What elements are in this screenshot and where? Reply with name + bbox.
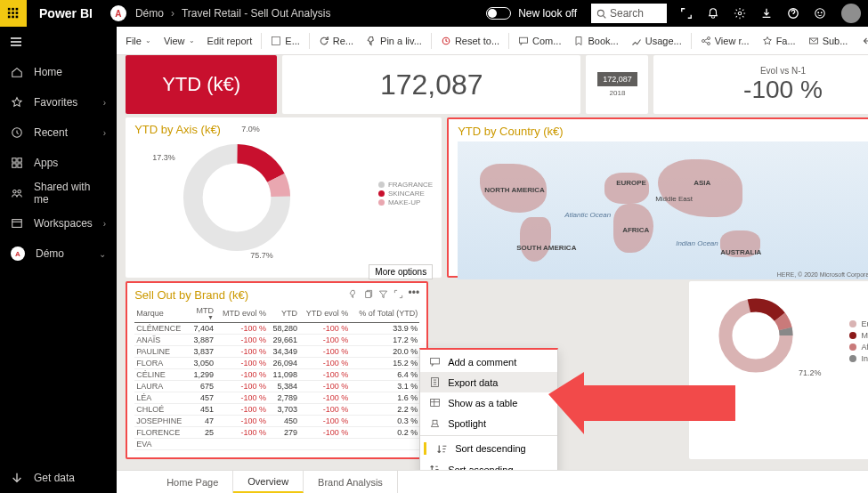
pin-icon[interactable] xyxy=(348,287,358,303)
year-value: 172,087 xyxy=(597,72,637,86)
svg-rect-7 xyxy=(12,16,14,19)
menu-spotlight[interactable]: Spotlight xyxy=(420,413,557,433)
table-row[interactable]: FLORENCE25-100 %279-100 %0.2 % xyxy=(134,427,419,439)
table-row[interactable]: ANAÏS3,887-100 %29,661-100 %17.2 % xyxy=(134,335,419,346)
table-row[interactable]: LAURA675-100 %5,384-100 %3.1 % xyxy=(134,381,419,392)
copy-icon[interactable] xyxy=(363,287,373,303)
app-launcher-icon[interactable] xyxy=(0,0,27,27)
toolbar-subscribe[interactable]: Sub... xyxy=(803,30,854,52)
toolbar-pin[interactable]: Pin a liv... xyxy=(361,30,427,52)
sidebar-item-workspaces[interactable]: Workspaces› xyxy=(0,208,117,238)
menu-sort-ascending[interactable]: Sort ascending xyxy=(420,459,557,470)
toolbar-comment[interactable]: Com... xyxy=(513,30,566,52)
sidebar-item-getdata[interactable]: Get data xyxy=(0,463,117,493)
sidebar-item-favorites[interactable]: Favorites› xyxy=(0,87,117,117)
table-col-header[interactable]: MTD▼ xyxy=(189,304,215,323)
sidebar-item-apps[interactable]: Apps xyxy=(0,148,117,178)
tile-title: YTD by Axis (k€) xyxy=(134,123,433,136)
map-label: ASIA xyxy=(694,179,710,187)
sidebar-item-label: Favorites xyxy=(34,96,77,109)
hamburger-icon[interactable] xyxy=(0,27,117,57)
tab-home-page[interactable]: Home Page xyxy=(152,471,233,493)
map-label: SOUTH AMERICA xyxy=(516,244,576,252)
map-label: AFRICA xyxy=(622,226,649,234)
axis-pct-makeup: 7.0% xyxy=(241,125,260,133)
table-row[interactable]: CÉLINE1,299-100 %11,098-100 %6.4 % xyxy=(134,369,419,381)
chevron-right-icon: › xyxy=(103,219,106,229)
table-row[interactable]: FLORA3,050-100 %26,094-100 %15.2 % xyxy=(134,358,419,369)
new-look-label: New look off xyxy=(518,7,577,20)
toolbar-share[interactable]: S... xyxy=(855,30,868,52)
table-row[interactable]: JOSEPHINE47-100 %450-100 %0.3 % xyxy=(134,416,419,427)
evol-value: -100 % xyxy=(743,76,823,104)
filter-icon[interactable] xyxy=(378,287,388,303)
menu-export-data[interactable]: Export data xyxy=(420,372,557,392)
toolbar-reset[interactable]: Reset to... xyxy=(435,30,505,52)
map-label: Atlantic Ocean xyxy=(564,211,611,219)
download-icon[interactable] xyxy=(754,0,779,27)
table-col-header[interactable]: YTD evol % xyxy=(299,304,350,323)
axis-legend: FRAGRANCE SKINCARE MAKE-UP xyxy=(378,180,433,207)
new-look-toggle[interactable] xyxy=(486,7,511,20)
help-icon[interactable] xyxy=(781,0,806,27)
svg-rect-45 xyxy=(431,358,440,364)
table-row[interactable]: LÉA457-100 %2,789-100 %1.6 % xyxy=(134,392,419,404)
toolbar-bookmark[interactable]: Book... xyxy=(568,30,623,52)
more-icon[interactable]: ••• xyxy=(409,287,420,303)
world-map[interactable]: NORTH AMERICA SOUTH AMERICA AFRICA EUROP… xyxy=(458,141,868,279)
user-avatar[interactable] xyxy=(841,4,861,23)
toolbar-refresh[interactable]: Re... xyxy=(313,30,359,52)
sidebar-item-home[interactable]: Home xyxy=(0,57,117,87)
tile-sell-out-table[interactable]: Sell Out by Brand (k€) ••• MarqueMTD▼MTD… xyxy=(126,281,428,459)
menu-sort-descending[interactable]: Sort descending xyxy=(420,438,557,459)
feedback-icon[interactable] xyxy=(807,0,832,27)
toolbar-view-related[interactable]: View r... xyxy=(695,30,755,52)
sidebar-item-recent[interactable]: Recent› xyxy=(0,117,117,148)
tile-ytd-by-country[interactable]: YTD by Country (k€) NORTH AMERICA SOUTH … xyxy=(447,117,868,278)
sidebar-item-demo[interactable]: ADémo⌄ xyxy=(0,238,117,269)
svg-line-35 xyxy=(704,41,707,43)
fullscreen-icon[interactable] xyxy=(674,0,699,27)
table-col-header[interactable]: MTD evol % xyxy=(215,304,268,323)
crumb-report[interactable]: Travel Retail - Sell Out Analysis xyxy=(182,7,331,20)
toolbar-edit[interactable]: Edit report xyxy=(202,30,258,52)
focus-icon[interactable] xyxy=(393,287,403,303)
tile-evol: Evol vs N-1 -100 % xyxy=(653,55,868,114)
svg-line-10 xyxy=(604,15,606,18)
tile-ytd-by-axis[interactable]: YTD by Axis (k€) 7.0% 17.3% 75.7% FRAGRA… xyxy=(126,117,442,278)
svg-rect-6 xyxy=(8,16,11,19)
toolbar-file[interactable]: File⌄ xyxy=(120,30,157,52)
svg-rect-20 xyxy=(12,158,16,162)
tile-region-donut[interactable]: 71.2% Europe Middle East Africa India xyxy=(689,281,868,459)
menu-show-as-table[interactable]: Show as a table xyxy=(420,392,557,413)
tab-brand-analysis[interactable]: Brand Analysis xyxy=(304,471,398,493)
toolbar-view[interactable]: View⌄ xyxy=(158,30,200,52)
tile-year-selector[interactable]: 172,087 2018 xyxy=(586,55,648,114)
svg-point-31 xyxy=(702,39,704,42)
svg-point-25 xyxy=(18,190,21,194)
toolbar-explore[interactable]: E... xyxy=(265,30,305,52)
svg-point-33 xyxy=(707,42,710,44)
table-col-header[interactable]: Marque xyxy=(134,304,189,323)
notifications-icon[interactable] xyxy=(701,0,726,27)
toolbar-usage[interactable]: Usage... xyxy=(626,30,687,52)
svg-point-14 xyxy=(818,12,819,13)
sidebar-item-shared[interactable]: Shared with me xyxy=(0,178,117,208)
axis-pct-skincare: 17.3% xyxy=(152,153,175,162)
tab-overview[interactable]: Overview xyxy=(233,471,304,493)
tile-title: YTD by Country (k€) xyxy=(458,125,868,138)
table-col-header[interactable]: YTD xyxy=(268,304,299,323)
report-toolbar: File⌄ View⌄ Edit report E... Re... Pin a… xyxy=(117,27,868,55)
table-row[interactable]: CLÉMENCE7,404-100 %58,280-100 %33.9 % xyxy=(134,323,419,335)
table-col-header[interactable]: % of Total (YTD) xyxy=(350,304,419,323)
sidebar-item-label: Workspaces xyxy=(34,217,93,230)
search-input[interactable]: Search xyxy=(591,4,667,23)
table-row[interactable]: CHLOÉ451-100 %3,703-100 %2.2 % xyxy=(134,404,419,416)
svg-rect-8 xyxy=(16,16,19,19)
toolbar-favorite[interactable]: Fa... xyxy=(757,30,801,52)
crumb-workspace[interactable]: Démo xyxy=(135,7,164,20)
menu-add-comment[interactable]: Add a comment xyxy=(420,352,557,372)
table-row[interactable]: EVA xyxy=(134,439,419,450)
table-row[interactable]: PAULINE3,837-100 %34,349-100 %20.0 % xyxy=(134,346,419,358)
settings-gear-icon[interactable] xyxy=(727,0,752,27)
